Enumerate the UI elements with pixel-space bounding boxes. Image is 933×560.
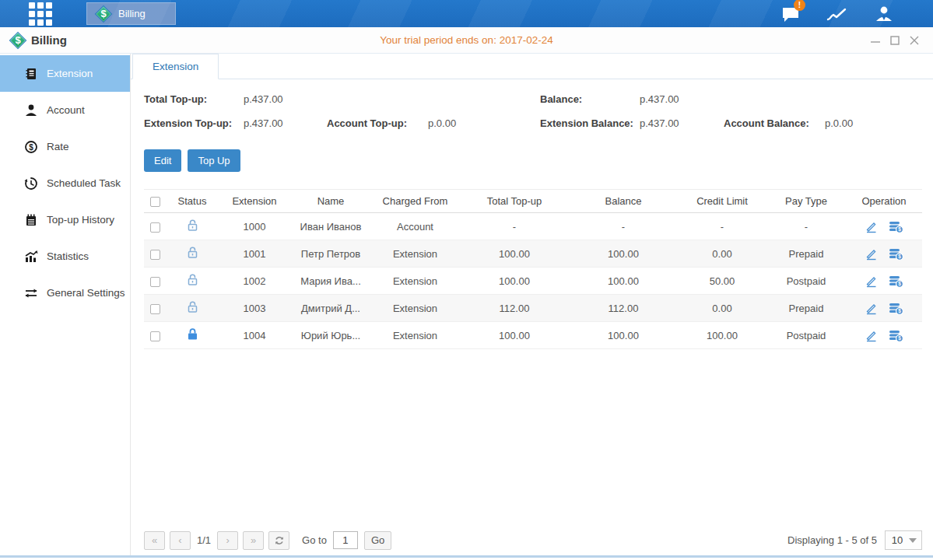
row-checkbox[interactable] (150, 222, 160, 233)
balance-label: Balance: (540, 93, 582, 105)
clock-history-icon (24, 177, 38, 191)
window-title: $ Billing (9, 32, 67, 49)
col-header-balance: Balance (569, 190, 678, 213)
goto-label: Go to (302, 534, 327, 546)
cell-credit-limit: - (678, 213, 766, 240)
cell-name: Иван Иванов (291, 213, 370, 240)
cell-charged-from: Extension (370, 322, 460, 349)
window-title-text: Billing (31, 33, 67, 47)
row-checkbox[interactable] (150, 250, 160, 260)
cell-extension: 1000 (218, 213, 291, 240)
page-size-select[interactable]: 10 (885, 530, 922, 550)
extension-balance-label: Extension Balance: (540, 117, 633, 129)
table-row: 1002 Мария Ива... Extension 100.00 100.0… (144, 268, 922, 295)
extension-balance-value: p.437.00 (640, 117, 679, 129)
cell-charged-from: Extension (370, 240, 460, 268)
resource-monitor-icon[interactable] (826, 4, 849, 24)
extension-topup-value: p.437.00 (244, 117, 283, 129)
cell-name: Юрий Юрь... (291, 322, 370, 349)
chevron-down-icon (909, 538, 917, 543)
goto-page-input[interactable] (333, 531, 358, 549)
sidebar-item-topup-history[interactable]: Top-up History (0, 201, 130, 238)
topup-row-icon[interactable]: $ (889, 220, 903, 233)
dollar-circle-icon: $ (24, 140, 38, 154)
account-balance-value: p.0.00 (825, 117, 853, 129)
total-topup-value: p.437.00 (244, 93, 283, 105)
status-lock-icon (186, 219, 199, 232)
svg-text:$: $ (898, 335, 901, 341)
sidebar-item-label: Statistics (47, 250, 89, 262)
cell-total-topup: 100.00 (460, 322, 569, 349)
topup-row-icon[interactable]: $ (889, 302, 903, 315)
row-checkbox[interactable] (150, 304, 160, 314)
topup-row-icon[interactable]: $ (889, 247, 903, 261)
sidebar-item-label: Account (47, 104, 85, 116)
minimize-icon[interactable] (869, 34, 882, 47)
sidebar-item-statistics[interactable]: Statistics (0, 238, 130, 275)
prev-page-button[interactable]: ‹ (170, 531, 191, 550)
sidebar-item-extension[interactable]: Extension (0, 55, 130, 92)
messages-icon[interactable]: ! (779, 4, 802, 24)
svg-text:$: $ (898, 281, 901, 287)
row-checkbox[interactable] (150, 331, 160, 341)
page-indicator: 1/1 (197, 534, 211, 546)
col-header-status: Status (167, 190, 218, 213)
sidebar-item-label: Extension (47, 68, 93, 79)
svg-text:$: $ (898, 308, 901, 314)
topup-row-icon[interactable]: $ (889, 329, 903, 342)
sidebar-item-label: Rate (47, 141, 69, 152)
taskbar-tab-billing[interactable]: $ Billing (86, 2, 176, 25)
cell-name: Дмитрий Д... (291, 295, 370, 322)
close-icon[interactable] (908, 34, 921, 47)
first-page-button[interactable]: « (144, 531, 165, 550)
sidebar: Extension Account $ Rate Scheduled Task (0, 54, 131, 555)
status-lock-icon (186, 246, 199, 259)
sidebar-item-scheduled-task[interactable]: Scheduled Task (0, 165, 130, 201)
select-all-checkbox[interactable] (150, 197, 160, 207)
cell-pay-type: Postpaid (766, 268, 846, 295)
topup-row-icon[interactable]: $ (889, 275, 903, 288)
cell-charged-from: Extension (370, 268, 460, 295)
page-size-value: 10 (886, 534, 909, 546)
go-button[interactable]: Go (364, 531, 391, 550)
refresh-button[interactable] (268, 531, 289, 550)
billing-diamond-dollar-icon: $ (9, 32, 26, 49)
edit-row-icon[interactable] (865, 302, 878, 315)
sliders-icon (24, 286, 38, 300)
edit-row-icon[interactable] (865, 220, 878, 233)
sidebar-item-rate[interactable]: $ Rate (0, 128, 130, 165)
edit-row-icon[interactable] (865, 329, 878, 342)
statistics-chart-icon (24, 250, 38, 264)
pagination-bar: « ‹ 1/1 › » Go to Go Displaying 1 - 5 of… (144, 530, 922, 550)
edit-row-icon[interactable] (865, 247, 878, 261)
last-page-button[interactable]: » (243, 531, 264, 550)
app-launcher-grid-icon[interactable] (26, 2, 55, 26)
col-header-credit-limit: Credit Limit (678, 190, 766, 213)
table-row: 1004 Юрий Юрь... Extension 100.00 100.00… (144, 322, 922, 349)
user-account-icon[interactable] (872, 4, 896, 24)
maximize-icon[interactable] (889, 34, 901, 47)
col-header-operation: Operation (846, 190, 922, 213)
cell-pay-type: - (766, 213, 846, 240)
cell-credit-limit: 50.00 (678, 268, 766, 295)
cell-balance: 112.00 (569, 295, 678, 322)
sidebar-item-account[interactable]: Account (0, 92, 130, 128)
edit-button[interactable]: Edit (144, 149, 181, 172)
taskbar-tab-label: Billing (118, 8, 146, 19)
cell-credit-limit: 0.00 (678, 295, 766, 322)
row-checkbox[interactable] (150, 277, 160, 287)
tab-extension[interactable]: Extension (132, 54, 219, 79)
cell-extension: 1004 (218, 322, 291, 349)
displaying-text: Displaying 1 - 5 of 5 (787, 534, 877, 546)
sidebar-item-general-settings[interactable]: General Settings (0, 275, 130, 311)
sidebar-item-label: General Settings (47, 287, 125, 299)
status-lock-icon (186, 273, 199, 286)
cell-balance: 100.00 (569, 268, 678, 295)
next-page-button[interactable]: › (217, 531, 238, 550)
topup-button[interactable]: Top Up (188, 149, 240, 172)
account-balance-label: Account Balance: (724, 117, 809, 129)
edit-row-icon[interactable] (865, 275, 878, 288)
balance-value: p.437.00 (640, 93, 679, 105)
summary-row-2: Extension Top-up: p.437.00 Account Top-u… (144, 117, 922, 131)
cell-balance: - (569, 213, 678, 240)
